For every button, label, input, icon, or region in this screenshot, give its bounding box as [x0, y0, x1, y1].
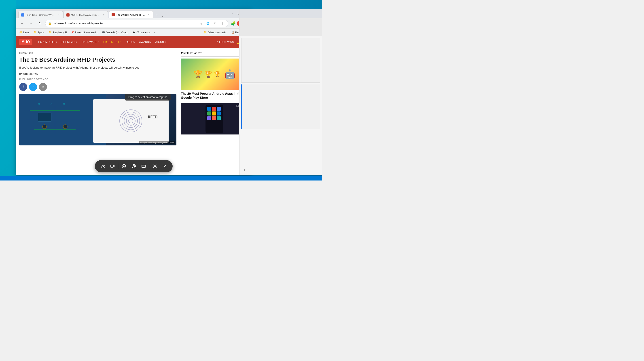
breadcrumb-diy[interactable]: DIY	[29, 51, 33, 54]
follow-us-button[interactable]: ↗ FOLLOW US	[216, 41, 234, 43]
tab-2[interactable]: MUO - Technology, Simplified... ✕	[64, 11, 108, 18]
bookmark-sports[interactable]: 📁 Sports	[32, 30, 46, 35]
bookmarks-bar: 📁 News 📁 Sports 📁 Raspberry Pi 📌 Project…	[16, 28, 252, 36]
muo-logo[interactable]: MUO	[19, 39, 32, 45]
bookmark-gamefaqs[interactable]: 🎮 GameFAQs - Video...	[100, 30, 131, 35]
url-bar[interactable]: 🔒 makeuseof.com/best-arduino-rfid-projec…	[45, 20, 228, 27]
bookmark-rl-icon: 📋	[231, 31, 234, 34]
plus-icon: +	[243, 168, 246, 173]
taskbar	[0, 176, 322, 180]
tabs-bar: Lone Tree - Chrome Web Store ✕ MUO - Tec…	[18, 9, 229, 18]
screenshot-icon	[100, 164, 105, 169]
bookmark-gf-icon: 🎮	[102, 31, 105, 34]
record-btn[interactable]	[108, 162, 117, 170]
focus-icon	[131, 164, 136, 169]
bookmark-other[interactable]: 📁 Other bookmarks	[202, 30, 228, 35]
nav-free-stuff[interactable]: FREE STUFF ▾	[102, 39, 123, 44]
breadcrumb: HOME › DIY	[19, 51, 176, 54]
tab-3[interactable]: The 10 Best Arduino RFID Proje... ✕	[109, 11, 154, 18]
forward-button[interactable]: →	[27, 20, 34, 27]
nav-lifestyle[interactable]: LIFESTYLE ▾	[60, 39, 79, 44]
tab-1[interactable]: Lone Tree - Chrome Web Store ✕	[18, 11, 63, 18]
share-icon-nav: ↗	[216, 41, 218, 43]
bookmark-yt-icon: ▶	[133, 31, 135, 34]
muo-nav-items: PC & MOBILE ▾ LIFESTYLE ▾ HARDWARE ▾ FRE…	[36, 39, 216, 44]
browser-window: Lone Tree - Chrome Web Store ✕ MUO - Tec…	[16, 9, 252, 175]
rfid-card	[93, 99, 168, 143]
bookmark-yt-label: YT no menus	[136, 31, 150, 34]
back-button[interactable]: ←	[18, 20, 26, 27]
nav-hardware[interactable]: HARDWARE ▾	[80, 39, 100, 44]
refresh-button[interactable]: ↻	[36, 20, 44, 27]
capture-toolbar: ✕	[95, 160, 173, 172]
svg-point-0	[120, 110, 142, 132]
bookmark-star-button[interactable]: ☆	[198, 20, 204, 26]
minimize-button[interactable]: −	[229, 10, 236, 17]
nav-about[interactable]: ABOUT ▾	[154, 39, 168, 44]
right-panel	[239, 9, 322, 175]
bookmark-news[interactable]: 📁 News	[18, 30, 31, 35]
extensions-button[interactable]: 🧩	[230, 20, 236, 26]
bookmark-news-icon: 📁	[19, 31, 22, 34]
share-twitter-button[interactable]: t	[29, 83, 37, 91]
app-icon-4	[217, 111, 221, 115]
svg-rect-16	[142, 165, 145, 168]
rfid-coil-svg	[118, 107, 144, 134]
bookmarks-overflow-button[interactable]: »	[153, 30, 156, 35]
share-facebook-button[interactable]: f	[19, 83, 27, 91]
article-title: The 10 Best Arduino RFID Projects	[19, 56, 176, 63]
right-panel-preview-2	[241, 84, 320, 129]
focus-btn[interactable]	[130, 162, 138, 170]
screenshot-btn[interactable]	[98, 162, 107, 170]
bookmark-rpi-label: Raspberry Pi	[52, 31, 67, 34]
window-btn[interactable]	[139, 162, 148, 170]
bookmark-raspberry-pi[interactable]: 📁 Raspberry Pi	[47, 30, 69, 35]
settings-btn[interactable]	[151, 162, 159, 170]
trophy-1: 🏆	[194, 70, 202, 78]
bookmark-other-icon: 📁	[204, 31, 207, 34]
sidebar-article-1: 🏆 🏆 🏆 🤖 The 20 Most Popular Android Apps…	[181, 58, 248, 100]
new-tab-button[interactable]: +	[154, 12, 160, 18]
close-capture-btn[interactable]: ✕	[160, 162, 169, 170]
tab-list-button[interactable]: ⌄	[160, 13, 166, 18]
article-author[interactable]: CHERIE TAN	[23, 73, 38, 75]
nav-about-chevron: ▾	[165, 41, 166, 43]
phone-apps-grid	[206, 105, 224, 133]
svg-point-5	[102, 165, 104, 167]
sidebar-article-1-title[interactable]: The 20 Most Popular Android Apps in the …	[181, 92, 248, 100]
rfid-visual: RFID	[19, 94, 176, 145]
app-icon-7	[217, 116, 221, 120]
window-icon	[141, 164, 146, 169]
region-btn[interactable]	[120, 162, 128, 170]
tab-2-close[interactable]: ✕	[102, 13, 105, 16]
nav-pc-mobile[interactable]: PC & MOBILE ▾	[36, 39, 59, 44]
breadcrumb-home[interactable]: HOME	[19, 51, 26, 54]
article-description: If you're looking to make an RFID projec…	[19, 65, 144, 70]
svg-point-1	[122, 112, 140, 130]
extension-button-1[interactable]: 🛡	[212, 20, 218, 26]
nav-lifestyle-chevron: ▾	[76, 41, 77, 43]
sidebar-article-2-image: Microsoft	[181, 103, 248, 134]
nav-deals[interactable]: DEALS	[124, 39, 136, 44]
bookmark-sports-icon: 📁	[34, 31, 37, 34]
tab-1-close[interactable]: ✕	[57, 13, 60, 16]
tab-1-title: Lone Tree - Chrome Web Store	[26, 14, 55, 16]
article-pub-date: PUBLISHED 6 DAYS AGO	[19, 78, 176, 81]
capture-separator-1	[118, 164, 118, 169]
share-email-button[interactable]: ✉	[39, 83, 47, 91]
right-panel-title-bar	[240, 9, 322, 18]
article-main: HOME › DIY The 10 Best Arduino RFID Proj…	[19, 51, 176, 145]
pcb-lines	[22, 96, 105, 143]
tab-2-title: MUO - Technology, Simplified...	[71, 14, 100, 16]
tab-3-close[interactable]: ✕	[147, 13, 150, 16]
bookmark-project-showcase[interactable]: 📌 Project Showcase i...	[69, 30, 100, 35]
nav-hardware-chevron: ▾	[98, 41, 99, 43]
os-left-panel	[0, 0, 16, 180]
bookmark-yt[interactable]: ▶ YT no menus	[132, 30, 152, 35]
nav-awards[interactable]: AWARDS	[137, 39, 152, 44]
chrome-menu-button[interactable]: ⋮	[219, 20, 226, 26]
translate-button[interactable]: 🌐	[205, 20, 211, 26]
article-meta: BY CHERIE TAN	[19, 73, 176, 75]
muo-website: MUO PC & MOBILE ▾ LIFESTYLE ▾ HARDWARE ▾	[16, 36, 252, 175]
trophy-3: 🏆	[214, 71, 221, 77]
